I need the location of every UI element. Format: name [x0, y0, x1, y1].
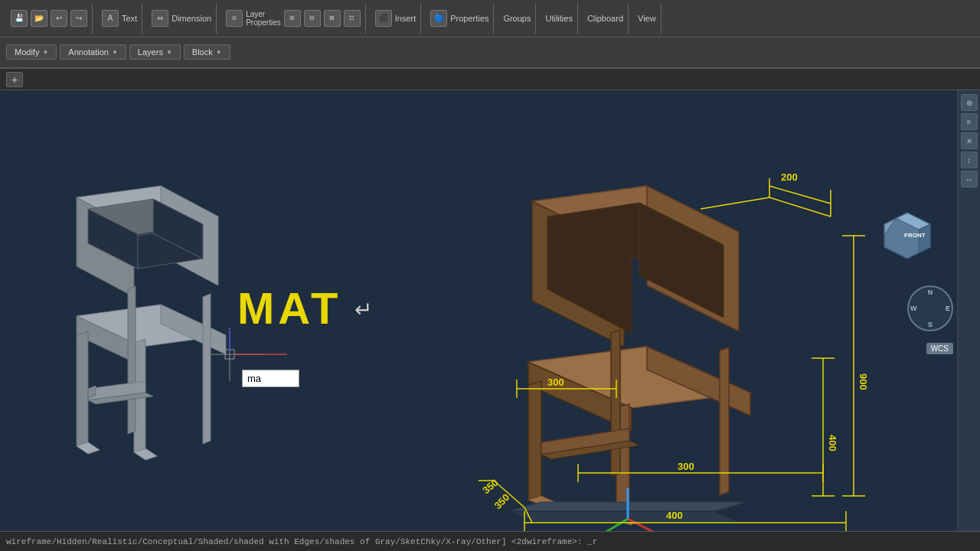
statusbar: wireframe/Hidden/Realistic/Conceptual/Sh… — [0, 531, 980, 551]
svg-line-46 — [605, 519, 628, 531]
layer-icon[interactable]: ≡ — [226, 10, 243, 27]
svg-marker-27 — [647, 186, 739, 331]
svg-marker-8 — [77, 316, 142, 366]
svg-marker-14 — [128, 286, 136, 434]
toolbar: 💾 📂 ↩ ↪ A Text ⇔ Dimension ≡ Layer Prope… — [0, 0, 980, 69]
text-group: A Text — [97, 3, 142, 34]
svg-text:FRONT: FRONT — [904, 232, 926, 239]
block-dropdown[interactable]: Block — [184, 44, 230, 60]
svg-marker-17 — [88, 393, 153, 404]
view-group: View — [633, 3, 662, 34]
undo-icon[interactable]: ↩ — [51, 10, 67, 27]
properties-icon[interactable]: 🔵 — [430, 10, 447, 27]
svg-marker-12 — [134, 339, 145, 452]
gray-chair — [77, 186, 226, 460]
svg-marker-11 — [77, 442, 100, 454]
insert-group: ⬛ Insert — [371, 3, 422, 34]
panel-btn-2[interactable]: ≡ — [961, 113, 978, 130]
save-icon[interactable]: 💾 — [11, 10, 28, 27]
dimension-icon[interactable]: ⇔ — [152, 10, 168, 27]
main-canvas[interactable]: MAT ↵ — [0, 90, 980, 531]
svg-marker-5 — [88, 209, 138, 269]
svg-marker-9 — [161, 305, 226, 354]
utilities-label: Utilities — [545, 14, 572, 23]
layer-label: Layer Properties — [246, 10, 281, 27]
dimension-group: ⇔ Dimension — [147, 3, 217, 34]
panel-btn-4[interactable]: ↕ — [961, 152, 978, 168]
layer-btn2[interactable]: ⊞ — [284, 10, 301, 27]
compass-north: N — [928, 289, 933, 296]
svg-line-48 — [701, 197, 769, 209]
clipboard-label: Clipboard — [587, 14, 623, 23]
mat-text: MAT — [237, 283, 341, 333]
svg-line-47 — [769, 197, 831, 217]
svg-marker-10 — [77, 331, 88, 446]
svg-marker-2 — [161, 186, 218, 285]
svg-text:200: 200 — [781, 171, 798, 183]
svg-line-45 — [628, 519, 655, 531]
text-label: Text — [122, 14, 137, 23]
svg-marker-38 — [611, 330, 620, 476]
svg-text:400: 400 — [666, 510, 683, 521]
svg-marker-30 — [639, 203, 724, 318]
groups-group: Groups — [498, 3, 536, 34]
annotation-dropdown[interactable]: Annotation — [60, 44, 126, 60]
svg-marker-4 — [88, 233, 203, 269]
status-text: wireframe/Hidden/Realistic/Conceptual/Sh… — [6, 537, 597, 546]
svg-marker-40 — [541, 429, 629, 455]
svg-marker-36 — [616, 404, 629, 519]
brown-chair — [509, 186, 750, 531]
svg-marker-29 — [547, 217, 632, 334]
svg-line-75 — [494, 481, 524, 507]
svg-marker-0 — [77, 186, 218, 228]
svg-marker-7 — [77, 305, 226, 347]
clipboard-group: Clipboard — [583, 3, 629, 34]
properties-label: Properties — [450, 14, 488, 23]
svg-marker-18 — [88, 386, 96, 398]
svg-text:900: 900 — [858, 373, 869, 390]
utilities-group: Utilities — [541, 3, 577, 34]
compass-circle: N S W E — [907, 285, 953, 331]
svg-text:350: 350 — [492, 491, 512, 511]
panel-btn-3[interactable]: ✕ — [961, 132, 978, 149]
layer-btn5[interactable]: ⊡ — [344, 10, 361, 27]
toolbar-row1: 💾 📂 ↩ ↪ A Text ⇔ Dimension ≡ Layer Prope… — [0, 0, 980, 37]
svg-marker-15 — [203, 294, 211, 444]
command-input[interactable] — [242, 370, 299, 387]
svg-marker-34 — [528, 381, 541, 500]
svg-marker-3 — [88, 199, 203, 234]
text-icon[interactable]: A — [102, 10, 119, 27]
compass-east: E — [946, 305, 950, 312]
svg-text:300: 300 — [547, 377, 564, 388]
panel-btn-5[interactable]: ↔ — [961, 171, 978, 187]
svg-marker-1 — [77, 197, 134, 297]
svg-text:400: 400 — [827, 435, 838, 452]
svg-marker-32 — [528, 362, 632, 431]
layer-btn4[interactable]: ⊠ — [324, 10, 341, 27]
properties-group: 🔵 Properties — [426, 3, 494, 34]
svg-marker-37 — [616, 515, 643, 525]
layers-dropdown[interactable]: Layers — [129, 44, 181, 60]
svg-marker-16 — [88, 381, 145, 400]
compass-west: W — [910, 305, 917, 312]
svg-marker-39 — [720, 347, 729, 495]
svg-marker-25 — [532, 186, 739, 247]
panel-btn-1[interactable]: ⊕ — [961, 94, 978, 111]
insert-icon[interactable]: ⬛ — [375, 10, 392, 27]
svg-text:300: 300 — [678, 461, 694, 472]
groups-label: Groups — [503, 14, 531, 23]
open-icon[interactable]: 📂 — [31, 10, 47, 27]
layer-btn3[interactable]: ⊟ — [304, 10, 321, 27]
svg-marker-6 — [153, 199, 203, 259]
dimension-label: Dimension — [172, 14, 211, 23]
svg-line-73 — [524, 507, 532, 523]
right-panel: ⊕ ≡ ✕ ↕ ↔ — [957, 90, 980, 531]
view-label: View — [638, 14, 656, 23]
compass-south: S — [928, 321, 933, 328]
svg-text:350: 350 — [480, 477, 500, 496]
redo-icon[interactable]: ↪ — [70, 10, 87, 27]
new-tab-button[interactable]: + — [6, 72, 23, 87]
view-cube[interactable]: FRONT — [873, 205, 942, 274]
layer-group: ≡ Layer Properties ⊞ ⊟ ⊠ ⊡ — [221, 3, 366, 34]
modify-dropdown[interactable]: Modify — [6, 44, 57, 60]
